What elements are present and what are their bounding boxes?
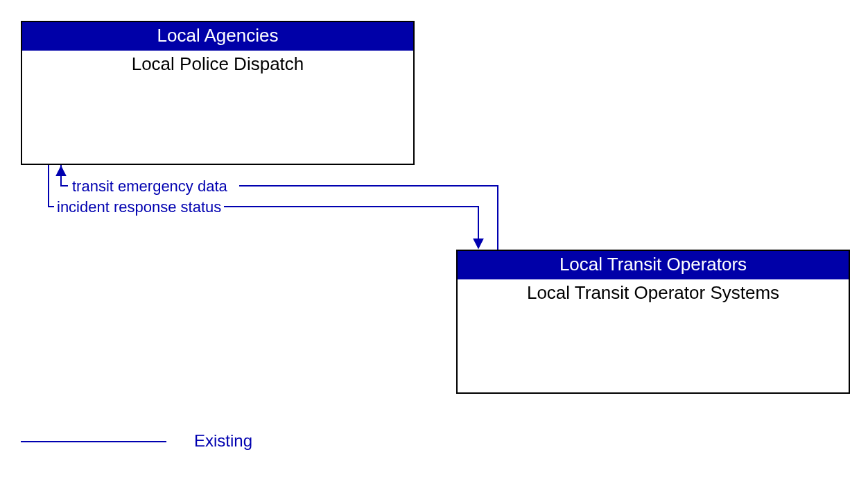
- node-body-local-police-dispatch: Local Police Dispatch: [22, 51, 413, 75]
- node-header-local-agencies: Local Agencies: [22, 22, 413, 51]
- flow-label-transit-emergency-data: transit emergency data: [69, 177, 230, 196]
- legend-label-existing: Existing: [194, 431, 252, 451]
- node-local-agencies: Local Agencies Local Police Dispatch: [21, 21, 415, 165]
- node-header-local-transit-operators: Local Transit Operators: [458, 251, 849, 279]
- flow-label-incident-response-status: incident response status: [54, 198, 224, 216]
- node-local-transit-operators: Local Transit Operators Local Transit Op…: [456, 250, 850, 394]
- node-body-local-transit-operator-systems: Local Transit Operator Systems: [458, 279, 849, 304]
- legend-line-existing: [21, 441, 166, 442]
